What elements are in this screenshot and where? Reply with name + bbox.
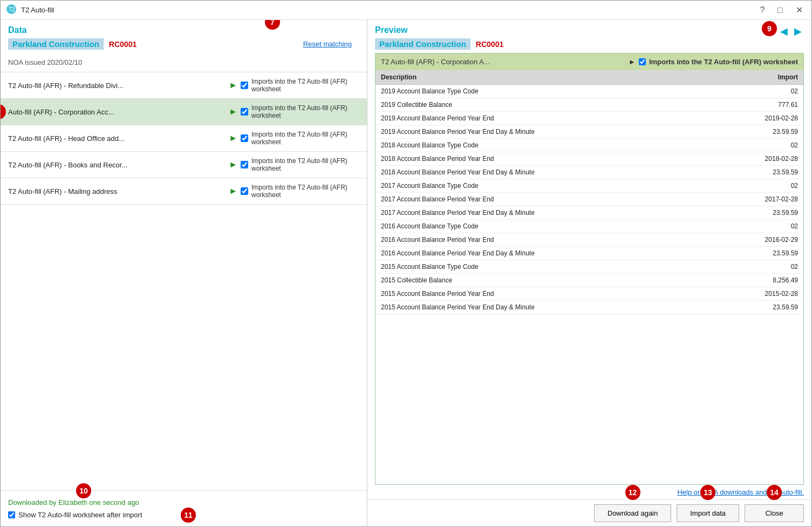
preview-table: Description Import 2019 Account Balance …	[376, 70, 803, 484]
left-company-bar: Parkland Construction RC0001 Reset match…	[8, 38, 359, 50]
reset-matching-link[interactable]: Reset matching	[303, 40, 352, 48]
import-cell: 23.59.59	[713, 301, 803, 314]
import-cell: 23.59.59	[713, 166, 803, 179]
table-row: 2017 Account Balance Type Code02	[376, 179, 803, 193]
data-list: NOA issued 2020/02/10 T2 Auto-fill (AFR)…	[1, 53, 367, 490]
table-row: 2016 Account Balance Type Code02	[376, 220, 803, 233]
item-label: T2 Auto-fill (AFR) - Head Office add...	[8, 134, 229, 143]
preview-arrow-icon: ►	[629, 58, 636, 66]
left-panel: 7 Data Parkland Construction RC0001 Rese…	[1, 20, 367, 526]
left-panel-header: 7 Data Parkland Construction RC0001 Rese…	[1, 20, 367, 53]
close-wrapper: 14 Close	[745, 504, 804, 522]
import-cell: 23.59.59	[713, 206, 803, 220]
import-text: Imports into the T2 Auto-fill (AFR) work…	[251, 104, 359, 119]
description-cell: 2016 Account Balance Period Year End	[376, 233, 713, 247]
import-text: Imports into the T2 Auto-fill (AFR) work…	[251, 184, 359, 199]
item-label: T2 Auto-fill (AFR) - Refundable Divi...	[8, 82, 229, 90]
preview-header-right: ► Imports into the T2 Auto-fill (AFR) wo…	[629, 58, 798, 66]
preview-header-label: T2 Auto-fill (AFR) - Corporation A...	[381, 58, 624, 66]
item-controls: ► Imports into the T2 Auto-fill (AFR) wo…	[229, 184, 359, 199]
item-controls: ► Imports into the T2 Auto-fill (AFR) wo…	[229, 78, 359, 93]
item-controls: ► Imports into the T2 Auto-fill (AFR) wo…	[229, 104, 359, 119]
title-bar: T2 T2 Auto-fill ? □ ✕	[1, 1, 811, 20]
right-section-title: Preview	[375, 25, 503, 35]
right-header-left: Preview Parkland Construction RC0001	[375, 25, 503, 50]
import-cell: 02	[713, 220, 803, 233]
list-item[interactable]: 8 Auto-fill (AFR) - Corporation Acc... ►…	[1, 99, 367, 125]
preview-header-row: T2 Auto-fill (AFR) - Corporation A... ► …	[376, 53, 803, 70]
import-text: Imports into the T2 Auto-fill (AFR) work…	[251, 157, 359, 172]
list-item[interactable]: T2 Auto-fill (AFR) - Books and Recor... …	[1, 152, 367, 178]
maximize-button[interactable]: □	[774, 4, 786, 16]
badge-13: 13	[700, 485, 715, 500]
item-checkbox[interactable]	[241, 134, 248, 142]
import-cell: 2017-02-28	[713, 193, 803, 206]
import-cell: 02	[713, 139, 803, 152]
help-button[interactable]: ?	[756, 4, 768, 16]
description-cell: 2016 Account Balance Period Year End Day…	[376, 247, 713, 260]
next-button[interactable]: ▶	[792, 25, 804, 37]
description-cell: 2017 Account Balance Type Code	[376, 179, 713, 193]
help-link[interactable]: Help on CRA downloads and T2 Auto-fill.	[677, 488, 804, 496]
arrow-right-icon[interactable]: ►	[229, 133, 237, 143]
description-cell: 2018 Account Balance Type Code	[376, 139, 713, 152]
table-row: 2018 Account Balance Period Year End2018…	[376, 152, 803, 166]
badge-12: 12	[625, 485, 640, 500]
prev-button[interactable]: ◀	[778, 25, 790, 37]
download-again-wrapper: 12 Download again	[594, 504, 671, 522]
list-item[interactable]: T2 Auto-fill (AFR) - Mailing address ► I…	[1, 178, 367, 205]
list-item[interactable]: T2 Auto-fill (AFR) - Refundable Divi... …	[1, 72, 367, 99]
item-controls: ► Imports into the T2 Auto-fill (AFR) wo…	[229, 157, 359, 172]
preview-nav: 9 ◀ ▶	[778, 25, 804, 37]
close-window-button[interactable]: ✕	[793, 4, 806, 16]
import-cell: 02	[713, 85, 803, 98]
right-panel-header: Preview Parkland Construction RC0001 9 ◀…	[367, 20, 811, 53]
arrow-right-icon[interactable]: ►	[229, 107, 237, 117]
arrow-right-icon[interactable]: ►	[229, 160, 237, 170]
show-worksheet-checkbox[interactable]	[8, 511, 15, 518]
item-label: Auto-fill (AFR) - Corporation Acc...	[8, 108, 229, 116]
description-cell: 2015 Account Balance Type Code	[376, 260, 713, 274]
description-cell: 2019 Account Balance Period Year End Day…	[376, 125, 713, 139]
preview-checkbox[interactable]	[639, 58, 646, 65]
description-cell: 2016 Account Balance Type Code	[376, 220, 713, 233]
description-cell: 2015 Collectible Balance	[376, 274, 713, 287]
item-controls: ► Imports into the T2 Auto-fill (AFR) wo…	[229, 131, 359, 146]
description-cell: 2017 Account Balance Period Year End Day…	[376, 206, 713, 220]
description-cell: 2019 Account Balance Type Code	[376, 85, 713, 98]
import-cell: 23.59.59	[713, 247, 803, 260]
badge-9: 9	[762, 21, 777, 36]
table-row: 2018 Account Balance Period Year End Day…	[376, 166, 803, 179]
preview-sub-text: Imports into the T2 Auto-fill (AFR) work…	[649, 58, 798, 66]
import-cell: 2016-02-29	[713, 233, 803, 247]
import-text: Imports into the T2 Auto-fill (AFR) work…	[251, 78, 359, 93]
description-cell: 2017 Account Balance Period Year End	[376, 193, 713, 206]
import-cell: 777.61	[713, 98, 803, 112]
close-button[interactable]: Close	[745, 504, 804, 522]
item-checkbox[interactable]	[241, 82, 248, 89]
left-section-title: Data	[8, 25, 359, 35]
table-row: 2017 Account Balance Period Year End2017…	[376, 193, 803, 206]
item-checkbox[interactable]	[241, 187, 248, 195]
download-again-button[interactable]: Download again	[594, 504, 671, 522]
table-row: 2016 Account Balance Period Year End Day…	[376, 247, 803, 260]
table-row: 2019 Account Balance Period Year End2019…	[376, 112, 803, 125]
import-cell: 02	[713, 179, 803, 193]
data-table: Description Import 2019 Account Balance …	[376, 70, 803, 314]
import-cell: 2015-02-28	[713, 287, 803, 301]
table-row: 2015 Account Balance Period Year End Day…	[376, 301, 803, 314]
item-checkbox[interactable]	[241, 161, 248, 168]
arrow-right-icon[interactable]: ►	[229, 80, 237, 90]
item-checkbox[interactable]	[241, 108, 248, 116]
import-data-button[interactable]: Import data	[677, 504, 739, 522]
item-label: T2 Auto-fill (AFR) - Mailing address	[8, 187, 229, 195]
right-company-bar: Parkland Construction RC0001	[375, 38, 503, 50]
left-footer: 10 Downloaded by Elizabeth one second ag…	[1, 490, 367, 526]
description-cell: 2019 Account Balance Period Year End	[376, 112, 713, 125]
list-item[interactable]: T2 Auto-fill (AFR) - Head Office add... …	[1, 125, 367, 152]
badge-8: 8	[1, 104, 6, 119]
table-row: 2019 Account Balance Type Code02	[376, 85, 803, 98]
description-cell: 2015 Account Balance Period Year End Day…	[376, 301, 713, 314]
arrow-right-icon[interactable]: ►	[229, 186, 237, 196]
table-row: 2018 Account Balance Type Code02	[376, 139, 803, 152]
